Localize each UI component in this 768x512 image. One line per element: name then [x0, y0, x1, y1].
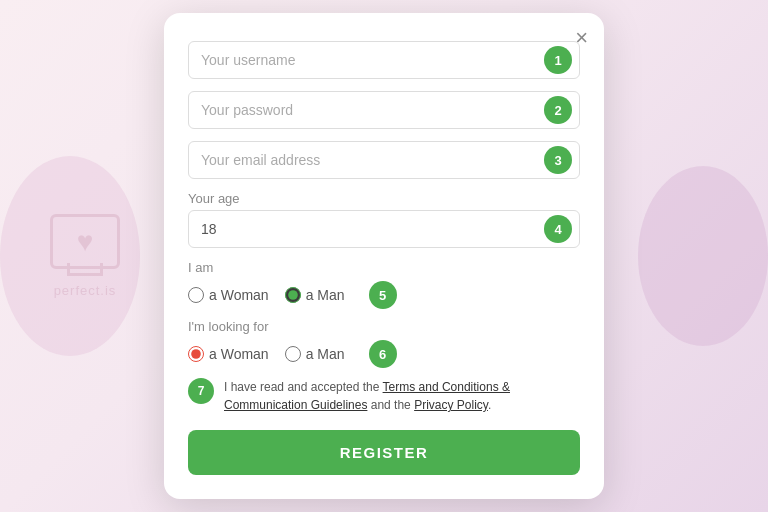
- looking-for-woman-label: a Woman: [209, 346, 269, 362]
- username-input[interactable]: [188, 41, 580, 79]
- i-am-man-label: a Man: [306, 287, 345, 303]
- terms-text: I have read and accepted the Terms and C…: [224, 378, 580, 414]
- step-badge-1: 1: [544, 46, 572, 74]
- terms-row: 7 I have read and accepted the Terms and…: [188, 378, 580, 414]
- password-row: 2: [188, 91, 580, 129]
- looking-for-man-label: a Man: [306, 346, 345, 362]
- looking-for-label: I'm looking for: [188, 319, 580, 334]
- looking-for-woman-option[interactable]: a Woman: [188, 346, 269, 362]
- register-button[interactable]: REGISTER: [188, 430, 580, 475]
- watermark-monitor: ♥: [50, 214, 120, 269]
- watermark-text: perfect.is: [54, 283, 117, 298]
- i-am-man-option[interactable]: a Man: [285, 287, 345, 303]
- i-am-man-radio[interactable]: [285, 287, 301, 303]
- registration-modal: × 1 2 3 Your age 4 I am a Woman a Man: [164, 13, 604, 499]
- looking-for-man-option[interactable]: a Man: [285, 346, 345, 362]
- username-row: 1: [188, 41, 580, 79]
- looking-for-man-radio[interactable]: [285, 346, 301, 362]
- i-am-options-row: a Woman a Man 5: [188, 281, 580, 309]
- watermark: ♥ perfect.is: [50, 214, 120, 298]
- age-input[interactable]: [188, 210, 580, 248]
- step-badge-2: 2: [544, 96, 572, 124]
- age-label: Your age: [188, 191, 580, 206]
- i-am-woman-option[interactable]: a Woman: [188, 287, 269, 303]
- step-badge-7: 7: [188, 378, 214, 404]
- i-am-woman-label: a Woman: [209, 287, 269, 303]
- step-badge-5: 5: [369, 281, 397, 309]
- heart-icon: ♥: [77, 226, 94, 258]
- email-input[interactable]: [188, 141, 580, 179]
- i-am-woman-radio[interactable]: [188, 287, 204, 303]
- i-am-section: I am a Woman a Man 5: [188, 260, 580, 309]
- age-row: Your age 4: [188, 191, 580, 248]
- password-input[interactable]: [188, 91, 580, 129]
- looking-for-section: I'm looking for a Woman a Man 6: [188, 319, 580, 368]
- looking-for-options-row: a Woman a Man 6: [188, 340, 580, 368]
- age-input-row: 4: [188, 210, 580, 248]
- step-badge-6: 6: [369, 340, 397, 368]
- email-row: 3: [188, 141, 580, 179]
- looking-for-woman-radio[interactable]: [188, 346, 204, 362]
- privacy-link[interactable]: Privacy Policy: [414, 398, 488, 412]
- i-am-label: I am: [188, 260, 580, 275]
- step-badge-3: 3: [544, 146, 572, 174]
- bg-shape-right: [638, 166, 768, 346]
- step-badge-4: 4: [544, 215, 572, 243]
